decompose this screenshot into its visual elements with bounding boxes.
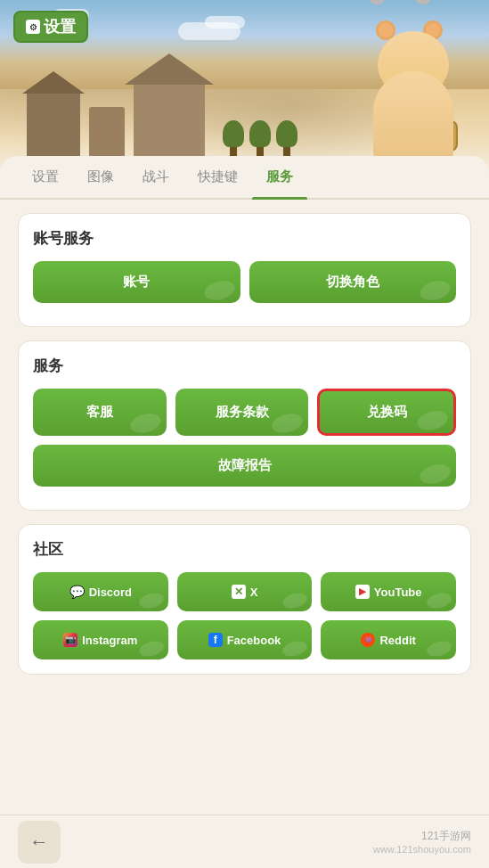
cloud — [205, 16, 245, 29]
youtube-label: YouTube — [374, 585, 422, 599]
community-section: 社区 💬 Discord ✕ X ▶ YouTube 📷 Instagram — [18, 524, 471, 675]
tab-settings[interactable]: 设置 — [18, 156, 73, 198]
youtube-button[interactable]: ▶ YouTube — [321, 572, 456, 611]
reddit-button[interactable]: 👾 Reddit — [321, 620, 456, 659]
customer-service-button[interactable]: 客服 — [33, 389, 167, 436]
watermark: 121手游网 www.121shouyou.com — [373, 829, 471, 855]
page-title: 设置 — [44, 16, 76, 37]
building — [27, 89, 80, 160]
tab-bar: 设置 图像 战斗 快捷键 服务 — [0, 156, 489, 200]
x-icon: ✕ — [232, 585, 246, 599]
discord-label: Discord — [89, 585, 132, 599]
facebook-button[interactable]: f Facebook — [177, 620, 313, 659]
account-section-title: 账号服务 — [33, 228, 456, 249]
discord-icon: 💬 — [69, 585, 85, 598]
x-button[interactable]: ✕ X — [177, 572, 313, 611]
social-grid: 💬 Discord ✕ X ▶ YouTube 📷 Instagram f — [33, 572, 456, 659]
reddit-icon: 👾 — [361, 633, 375, 647]
watermark-site: 121手游网 — [373, 829, 471, 844]
service-section-title: 服务 — [33, 356, 456, 376]
service-button-row-1: 客服 服务条款 兑换码 — [33, 389, 456, 436]
tab-service[interactable]: 服务 — [252, 156, 307, 198]
community-section-title: 社区 — [33, 539, 456, 560]
switch-role-button[interactable]: 切换角色 — [249, 261, 457, 303]
facebook-icon: f — [208, 633, 223, 647]
service-button-row-2: 故障报告 — [33, 445, 456, 487]
account-button-row: 账号 切换角色 — [33, 261, 456, 303]
instagram-label: Instagram — [82, 634, 137, 647]
account-section: 账号服务 账号 切换角色 — [18, 213, 471, 327]
tab-image[interactable]: 图像 — [73, 156, 128, 198]
facebook-label: Facebook — [227, 634, 281, 647]
discord-button[interactable]: 💬 Discord — [33, 572, 168, 611]
watermark-url: www.121shouyou.com — [373, 844, 471, 855]
terms-button[interactable]: 服务条款 — [175, 389, 309, 436]
tab-battle[interactable]: 战斗 — [128, 156, 183, 198]
instagram-icon: 📷 — [63, 633, 77, 647]
building — [89, 107, 125, 160]
fault-report-button[interactable]: 故障报告 — [33, 445, 456, 487]
instagram-button[interactable]: 📷 Instagram — [33, 620, 168, 659]
building — [134, 80, 205, 160]
x-label: X — [250, 585, 258, 599]
service-section: 服务 客服 服务条款 兑换码 故障报告 — [18, 340, 471, 511]
settings-icon: ⚙ — [26, 20, 40, 34]
content-area: 设置 图像 战斗 快捷键 服务 账号服务 账号 切换角色 服务 客服 服务条款 … — [0, 156, 489, 868]
hero-background: ⚙ 设置 — [0, 0, 489, 178]
sections-wrapper: 账号服务 账号 切换角色 服务 客服 服务条款 兑换码 故障报告 社区 💬 — [0, 200, 489, 805]
title-badge: ⚙ 设置 — [13, 11, 88, 43]
youtube-icon: ▶ — [355, 585, 370, 599]
tab-shortcuts[interactable]: 快捷键 — [183, 156, 252, 198]
redeem-code-button[interactable]: 兑换码 — [317, 389, 456, 436]
account-button[interactable]: 账号 — [33, 261, 240, 303]
back-button[interactable]: ← — [18, 821, 61, 864]
reddit-label: Reddit — [379, 634, 415, 647]
bottom-bar: ← 121手游网 www.121shouyou.com — [0, 815, 489, 868]
